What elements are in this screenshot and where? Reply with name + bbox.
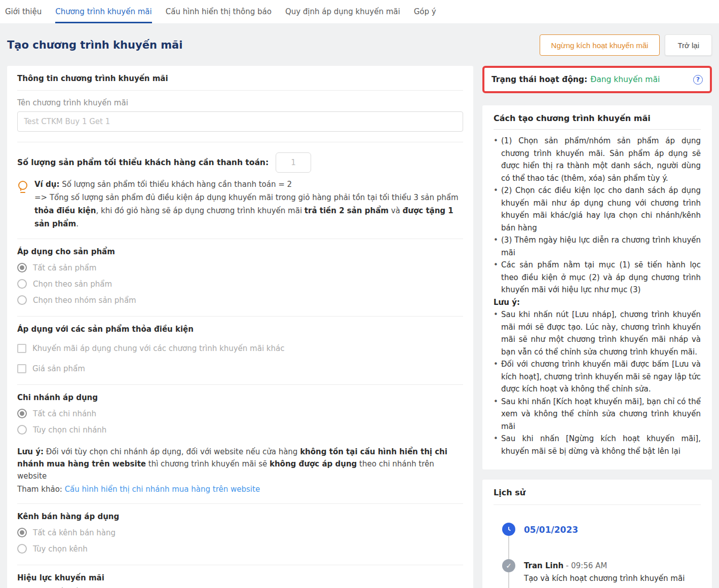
checkbox-label: Khuyến mãi áp dụng chung với các chương … xyxy=(32,344,284,353)
radio-icon xyxy=(17,409,27,418)
timeline-date: 05/01/2023 xyxy=(524,523,701,536)
nav-tab[interactable]: Góp ý xyxy=(414,0,436,23)
radio-label: Chọn theo sản phẩm xyxy=(33,280,112,289)
radio-label: Tùy chọn kênh xyxy=(33,544,88,554)
divider xyxy=(494,129,701,130)
radio-option[interactable]: Chọn theo sản phẩm xyxy=(17,279,463,289)
min-qty-row: Số lượng sản phẩm tối thiểu khách hàng c… xyxy=(17,152,463,173)
back-button[interactable]: Trở lại xyxy=(665,34,712,56)
divider xyxy=(17,565,463,565)
branch-options: Tất cả chi nhánh Tùy chọn chi nhánh xyxy=(17,409,463,435)
radio-icon xyxy=(17,425,27,435)
promotion-form-card: Thông tin chương trình khuyến mãi Tên ch… xyxy=(7,66,473,588)
radio-icon xyxy=(17,528,27,537)
guide-bullet: (1) Chọn sản phẩm/nhóm sản phẩm áp dụng … xyxy=(494,135,701,184)
example-line-1: Ví dụ: Số lượng sản phẩm tối thiểu khách… xyxy=(34,178,463,191)
clock-icon xyxy=(502,523,515,536)
nav-tab-label: Giới thiệu xyxy=(5,7,42,16)
divider xyxy=(17,90,463,91)
promotion-name-input[interactable] xyxy=(17,111,463,132)
reference-line: Tham khảo: Cấu hình hiển thị chi nhánh m… xyxy=(17,483,463,495)
radio-option[interactable]: Tất cả sản phẩm xyxy=(17,263,463,272)
content-area: Thông tin chương trình khuyến mãi Tên ch… xyxy=(0,66,719,588)
guide-bullet: Các sản phẩm nằm tại mục (1) sẽ tiến hàn… xyxy=(494,259,701,296)
channel-options: Tất cả kênh bán hàng Tùy chọn kênh xyxy=(17,528,463,554)
right-column: Trạng thái hoạt động: Đang khuyến mãi ? … xyxy=(482,66,712,588)
guide-bullet: (3) Thêm ngày hiệu lực diễn ra chương tr… xyxy=(494,234,701,259)
deactivate-promotion-button[interactable]: Ngừng kích hoạt khuyến mãi xyxy=(540,34,660,56)
guide-steps-list: (1) Chọn sản phẩm/nhóm sản phẩm áp dụng … xyxy=(494,135,701,296)
guide-card: Cách tạo chương trình khuyến mãi (1) Chọ… xyxy=(482,105,712,469)
top-tab-bar: Giới thiệu Chương trình khuyến mãi Cấu h… xyxy=(0,0,719,23)
validity-title: Hiệu lực khuyến mãi xyxy=(17,573,463,582)
nav-tab-label: Cấu hình hiển thị thông báo xyxy=(166,7,272,16)
check-icon: ✓ xyxy=(502,559,515,572)
radio-icon xyxy=(17,279,27,289)
reference-label: Tham khảo: xyxy=(17,485,65,494)
guide-bullet: Sau khi nhấn [Kích hoạt khuyến mãi], bạn… xyxy=(494,396,701,433)
checkbox-option[interactable]: Giá sản phẩm xyxy=(17,364,463,373)
guide-bullet: Sau khi nhấn [Ngừng kích hoạt khuyến mãi… xyxy=(494,433,701,457)
channel-title: Kênh bán hàng áp dụng xyxy=(17,512,463,521)
divider xyxy=(494,504,701,505)
timeline-action: Tạo và kích hoạt chương trình khuyến mãi xyxy=(524,572,701,585)
apply-condition-options: Khuyến mãi áp dụng chung với các chương … xyxy=(17,344,463,373)
example-line-2: => Tổng số lượng sản phẩm đủ điều kiện á… xyxy=(34,191,463,230)
apply-product-options: Tất cả sản phẩm Chọn theo sản phẩm Chọn … xyxy=(17,263,463,305)
timeline-date-item: 05/01/2023 xyxy=(524,523,701,536)
branch-config-link[interactable]: Cấu hình hiển thị chi nhánh mua hàng trê… xyxy=(65,485,260,494)
guide-bullet: Sau khi nhấn nút [Lưu nháp], chương trìn… xyxy=(494,308,701,358)
status-label: Trạng thái hoạt động: xyxy=(491,75,587,84)
radio-label: Tất cả chi nhánh xyxy=(33,409,96,418)
help-icon[interactable]: ? xyxy=(693,75,703,85)
status-box: Trạng thái hoạt động: Đang khuyến mãi ? xyxy=(482,66,712,93)
guide-title: Cách tạo chương trình khuyến mãi xyxy=(494,113,701,123)
apply-condition-title: Áp dụng với các sản phẩm thỏa điều kiện xyxy=(17,325,463,334)
checkbox-icon xyxy=(17,364,26,373)
radio-option[interactable]: Tất cả chi nhánh xyxy=(17,409,463,418)
status-value: Đang khuyến mãi xyxy=(590,75,693,84)
example-text: Ví dụ: Số lượng sản phẩm tối thiểu khách… xyxy=(34,178,463,230)
min-qty-label: Số lượng sản phẩm tối thiểu khách hàng c… xyxy=(17,158,269,167)
example-block: Ví dụ: Số lượng sản phẩm tối thiểu khách… xyxy=(17,178,463,230)
nav-tab-label: Góp ý xyxy=(414,7,436,16)
branch-note: Lưu ý: Đối với tùy chọn chi nhánh áp dụn… xyxy=(17,446,463,482)
radio-icon xyxy=(17,263,27,272)
radio-label: Tất cả sản phẩm xyxy=(33,263,96,272)
divider xyxy=(17,384,463,385)
nav-tab[interactable]: Giới thiệu xyxy=(5,0,42,23)
guide-note-label: Lưu ý: xyxy=(494,296,701,309)
nav-tab[interactable]: Chương trình khuyến mãi xyxy=(55,0,152,23)
divider xyxy=(17,142,463,142)
header-buttons: Ngừng kích hoạt khuyến mãi Trở lại xyxy=(540,34,712,56)
nav-tab[interactable]: Quy định áp dụng khuyến mãi xyxy=(285,0,400,23)
page-title: Tạo chương trình khuyến mãi xyxy=(7,39,182,51)
timeline-time: - 09:56 AM xyxy=(566,561,607,570)
radio-icon xyxy=(17,544,27,554)
checkbox-label: Giá sản phẩm xyxy=(32,364,85,373)
radio-label: Tùy chọn chi nhánh xyxy=(33,425,106,435)
checkbox-icon xyxy=(17,344,26,353)
divider xyxy=(17,239,463,239)
checkbox-option[interactable]: Khuyến mãi áp dụng chung với các chương … xyxy=(17,344,463,353)
history-timeline: 05/01/2023 ✓ Tran Linh - 09:56 AM Tạo và… xyxy=(494,523,701,588)
guide-bullet: (2) Chọn các điều kiện lọc cho danh sách… xyxy=(494,184,701,234)
min-qty-input[interactable] xyxy=(276,152,311,173)
radio-option[interactable]: Chọn theo nhóm sản phẩm xyxy=(17,295,463,305)
radio-option[interactable]: Tất cả kênh bán hàng xyxy=(17,528,463,537)
nav-tab-label: Quy định áp dụng khuyến mãi xyxy=(285,7,400,16)
guide-notes-list: Sau khi nhấn nút [Lưu nháp], chương trìn… xyxy=(494,308,701,457)
radio-option[interactable]: Tùy chọn kênh xyxy=(17,544,463,554)
branch-title: Chi nhánh áp dụng xyxy=(17,393,463,402)
info-section-title: Thông tin chương trình khuyến mãi xyxy=(17,74,463,83)
guide-bullet: Đối với chương trình khuyến mãi được bấm… xyxy=(494,358,701,396)
history-title: Lịch sử xyxy=(494,488,701,497)
timeline-user: Tran Linh xyxy=(524,561,563,570)
nav-tab[interactable]: Cấu hình hiển thị thông báo xyxy=(166,0,272,23)
timeline-entry-header: Tran Linh - 09:56 AM xyxy=(524,560,701,572)
timeline-entry: ✓ Tran Linh - 09:56 AM Tạo và kích hoạt … xyxy=(524,560,701,585)
page-header: Tạo chương trình khuyến mãi Ngừng kích h… xyxy=(0,34,719,56)
divider xyxy=(17,316,463,317)
radio-option[interactable]: Tùy chọn chi nhánh xyxy=(17,425,463,435)
name-field-label: Tên chương trình khuyến mãi xyxy=(17,98,463,107)
